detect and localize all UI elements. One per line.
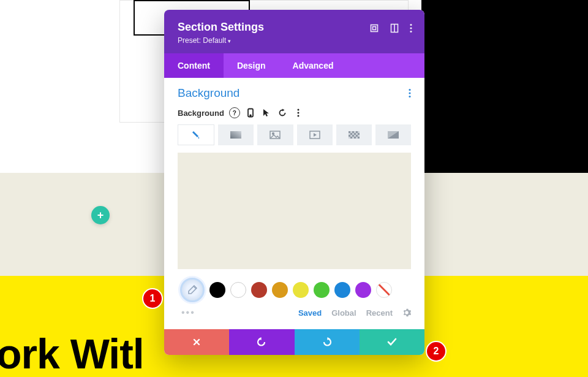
bg-tab-gradient[interactable] — [218, 124, 254, 145]
tab-design[interactable]: Design — [224, 53, 279, 78]
modal-header-actions — [369, 23, 412, 33]
background-label: Background — [178, 109, 224, 118]
annotation-marker-2: 2 — [427, 342, 445, 360]
expand-icon[interactable] — [369, 23, 379, 33]
svg-rect-25 — [358, 133, 360, 135]
swatch-white[interactable] — [230, 282, 246, 298]
bg-tab-color[interactable] — [178, 124, 214, 145]
palette-more-icon[interactable]: ••• — [181, 307, 195, 318]
more-icon[interactable] — [410, 23, 412, 33]
svg-point-4 — [410, 24, 412, 26]
tab-content[interactable]: Content — [164, 53, 224, 78]
hover-icon[interactable] — [261, 107, 272, 118]
swatch-blue[interactable] — [334, 282, 350, 298]
help-icon[interactable]: ? — [229, 107, 240, 118]
svg-rect-26 — [349, 135, 350, 137]
bg-tab-mask[interactable] — [375, 124, 411, 145]
modal-tabs: Content Design Advanced — [164, 53, 424, 78]
swatch-orange[interactable] — [272, 282, 288, 298]
annotation-marker-1: 1 — [143, 289, 162, 308]
reset-icon[interactable] — [277, 107, 288, 118]
svg-point-8 — [409, 92, 410, 94]
section-header: Background — [178, 86, 411, 100]
add-section-button[interactable]: + — [91, 206, 110, 224]
svg-rect-30 — [354, 137, 356, 139]
svg-rect-22 — [356, 131, 358, 133]
palette-footer: ••• Saved Global Recent — [178, 307, 411, 318]
swatch-red[interactable] — [251, 282, 267, 298]
svg-rect-15 — [230, 131, 241, 139]
page-hero-text: ork Witl — [0, 330, 144, 377]
palette-tab-global[interactable]: Global — [331, 308, 356, 318]
undo-button[interactable] — [229, 329, 294, 355]
background-field-row: Background ? — [178, 107, 411, 118]
svg-rect-27 — [352, 135, 354, 137]
modal-body: Background Background ? — [164, 78, 424, 329]
page-canvas: ork Witl + Section Settings Preset: Defa… — [0, 0, 588, 377]
swatch-yellow[interactable] — [293, 282, 309, 298]
background-preview[interactable] — [178, 153, 411, 269]
svg-point-9 — [409, 96, 410, 97]
svg-rect-28 — [356, 135, 358, 137]
cancel-button[interactable] — [164, 329, 229, 355]
svg-rect-23 — [350, 133, 352, 135]
eyedropper-button[interactable] — [180, 278, 205, 302]
device-icon[interactable] — [245, 107, 256, 118]
svg-rect-21 — [352, 131, 354, 133]
confirm-button[interactable] — [360, 329, 424, 355]
svg-point-11 — [250, 115, 251, 116]
snap-icon[interactable] — [390, 23, 399, 33]
svg-point-7 — [409, 89, 410, 91]
svg-point-13 — [297, 112, 299, 114]
section-settings-modal: Section Settings Preset: Default Content… — [164, 10, 424, 355]
section-more-icon[interactable] — [409, 88, 411, 98]
section-title[interactable]: Background — [178, 86, 239, 100]
swatch-green[interactable] — [314, 282, 330, 298]
svg-rect-29 — [350, 137, 352, 139]
redo-button[interactable] — [295, 329, 360, 355]
tab-advanced[interactable]: Advanced — [279, 53, 347, 78]
svg-rect-20 — [349, 131, 350, 133]
bg-tab-pattern[interactable] — [336, 124, 372, 145]
bg-tab-video[interactable] — [297, 124, 333, 145]
background-type-tabs — [178, 124, 411, 145]
svg-rect-1 — [373, 27, 376, 30]
svg-rect-0 — [371, 25, 378, 32]
modal-footer — [164, 329, 424, 355]
svg-rect-24 — [354, 133, 356, 135]
bg-tab-image[interactable] — [257, 124, 293, 145]
swatch-black[interactable] — [209, 282, 225, 298]
svg-point-12 — [297, 109, 299, 111]
palette-tab-recent[interactable]: Recent — [366, 308, 393, 318]
svg-point-6 — [410, 31, 412, 32]
swatch-transparent[interactable] — [376, 282, 392, 298]
bg-band-black — [421, 0, 588, 173]
modal-header: Section Settings Preset: Default — [164, 10, 424, 53]
svg-point-5 — [410, 27, 412, 29]
swatch-purple[interactable] — [355, 282, 371, 298]
palette-settings-icon[interactable] — [402, 308, 411, 317]
preset-dropdown[interactable]: Preset: Default — [178, 36, 411, 45]
svg-point-14 — [297, 115, 299, 117]
svg-rect-31 — [358, 137, 360, 139]
field-more-icon[interactable] — [293, 107, 304, 118]
color-swatch-row — [178, 278, 411, 302]
palette-tab-saved[interactable]: Saved — [298, 308, 322, 318]
